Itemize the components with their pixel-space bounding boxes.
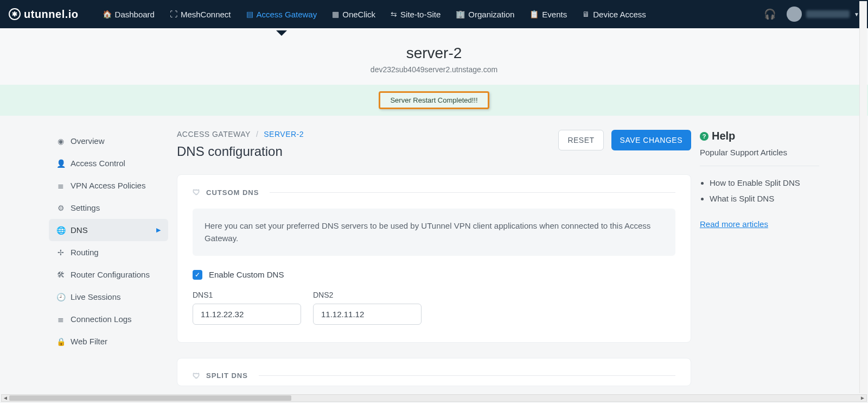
user-icon: 👤 bbox=[56, 159, 65, 168]
support-icon[interactable]: 🎧 bbox=[764, 8, 776, 20]
side-router-config[interactable]: 🛠 Router Configurations bbox=[49, 263, 168, 286]
custom-dns-info: Here you can set your preferred DNS serv… bbox=[193, 209, 675, 256]
side-connection-logs[interactable]: ≣ Connection Logs bbox=[49, 308, 168, 330]
help-icon: ? bbox=[700, 132, 709, 141]
sitetosite-icon: ⇆ bbox=[391, 10, 397, 18]
nav-access-gateway[interactable]: ▤ Access Gateway bbox=[240, 2, 324, 27]
policies-icon: ≣ bbox=[56, 181, 65, 190]
sidebar-item-label: Connection Logs bbox=[71, 314, 132, 324]
chevron-right-icon: ▶ bbox=[156, 226, 161, 234]
nav-label: Organization bbox=[468, 10, 514, 19]
breadcrumb-current[interactable]: SERVER-2 bbox=[264, 130, 304, 138]
nav-organization[interactable]: 🏢 Organization bbox=[449, 2, 521, 27]
save-button[interactable]: SAVE CHANGES bbox=[611, 130, 691, 150]
breadcrumb: ACCESS GATEWAY / SERVER-2 bbox=[177, 130, 304, 138]
custom-dns-card: 🛡 CUTSOM DNS Here you can set your prefe… bbox=[177, 174, 691, 343]
scroll-thumb[interactable] bbox=[9, 395, 291, 401]
nav-oneclick[interactable]: ▦ OneClick bbox=[326, 2, 382, 27]
side-live-sessions[interactable]: 🕘 Live Sessions bbox=[49, 286, 168, 308]
help-title: Help bbox=[712, 130, 735, 142]
nav-label: Events bbox=[542, 10, 567, 19]
top-navbar: ✱ utunnel.io 🏠 Dashboard ⛶ MeshConnect ▤… bbox=[0, 0, 868, 28]
wrench-icon: 🛠 bbox=[56, 270, 65, 279]
active-nav-indicator-icon bbox=[276, 30, 287, 36]
help-article[interactable]: What is Split DNS bbox=[710, 191, 819, 206]
nav-site-to-site[interactable]: ⇆ Site-to-Site bbox=[384, 2, 447, 27]
reset-button[interactable]: RESET bbox=[558, 130, 603, 150]
dns2-input[interactable] bbox=[313, 304, 422, 325]
breadcrumb-separator: / bbox=[256, 130, 258, 138]
page-header: server-2 dev232sub4049server2.utnstage.c… bbox=[0, 28, 868, 85]
nav-right: 🎧 ▼ bbox=[764, 7, 859, 22]
scroll-left-icon[interactable]: ◄ bbox=[2, 395, 9, 401]
side-vpn-policies[interactable]: ≣ VPN Access Policies bbox=[49, 174, 168, 197]
nav-label: Site-to-Site bbox=[400, 10, 441, 19]
nav-list: 🏠 Dashboard ⛶ MeshConnect ▤ Access Gatew… bbox=[96, 2, 760, 27]
vertical-scrollbar[interactable] bbox=[859, 1, 867, 393]
device-icon: 🖥 bbox=[582, 10, 590, 18]
alert-banner: Server Restart Completed!!! bbox=[0, 85, 868, 116]
nav-events[interactable]: 📋 Events bbox=[523, 2, 573, 27]
brand-text: utunnel.io bbox=[24, 8, 79, 21]
help-divider bbox=[700, 166, 819, 166]
enable-custom-dns-row: ✓ Enable Custom DNS bbox=[193, 270, 675, 280]
overview-icon: ◉ bbox=[56, 137, 65, 146]
clock-icon: 🕘 bbox=[56, 293, 65, 301]
nav-label: OneClick bbox=[342, 10, 375, 19]
avatar bbox=[787, 7, 802, 22]
dns1-input[interactable] bbox=[193, 304, 301, 325]
side-access-control[interactable]: 👤 Access Control bbox=[49, 152, 168, 174]
dns-fields: DNS1 DNS2 bbox=[193, 291, 675, 325]
split-dns-card: 🛡 SPLIT DNS bbox=[177, 358, 691, 386]
sidebar-item-label: DNS bbox=[71, 225, 88, 235]
shield-icon: 🛡 bbox=[193, 371, 201, 380]
dns1-field: DNS1 bbox=[193, 291, 301, 325]
side-settings[interactable]: ⚙ Settings bbox=[49, 197, 168, 219]
sidebar-item-label: Web Filter bbox=[71, 337, 107, 346]
read-more-link[interactable]: Read more articles bbox=[700, 219, 768, 229]
main-row: ◉ Overview 👤 Access Control ≣ VPN Access… bbox=[0, 116, 868, 386]
oneclick-icon: ▦ bbox=[332, 10, 339, 18]
sidebar-item-label: VPN Access Policies bbox=[71, 181, 145, 190]
custom-dns-heading-row: 🛡 CUTSOM DNS bbox=[193, 188, 675, 197]
events-icon: 📋 bbox=[529, 10, 539, 18]
dns2-field: DNS2 bbox=[313, 291, 422, 325]
chevron-down-icon: ▼ bbox=[854, 11, 859, 17]
side-web-filter[interactable]: 🔒 Web Filter bbox=[49, 330, 168, 352]
side-dns[interactable]: 🌐 DNS ▶ bbox=[49, 219, 168, 241]
nav-label: Access Gateway bbox=[257, 10, 317, 19]
help-article[interactable]: How to Enable Split DNS bbox=[710, 175, 819, 191]
nav-label: Device Access bbox=[593, 10, 646, 19]
help-articles-list: How to Enable Split DNS What is Split DN… bbox=[700, 175, 819, 206]
scroll-right-icon[interactable]: ► bbox=[859, 395, 866, 401]
dns1-label: DNS1 bbox=[193, 291, 301, 299]
brand-icon: ✱ bbox=[9, 8, 21, 20]
page-title: server-2 bbox=[0, 45, 868, 62]
help-panel: ? Help Popular Support Articles How to E… bbox=[700, 130, 819, 386]
help-title-row: ? Help bbox=[700, 130, 819, 142]
side-overview[interactable]: ◉ Overview bbox=[49, 130, 168, 152]
gear-icon: ⚙ bbox=[56, 204, 65, 212]
nav-dashboard[interactable]: 🏠 Dashboard bbox=[96, 2, 161, 27]
lock-icon: 🔒 bbox=[56, 337, 65, 346]
sidebar-item-label: Settings bbox=[71, 203, 100, 212]
section-title: DNS configuration bbox=[177, 144, 304, 159]
mesh-icon: ⛶ bbox=[170, 10, 177, 18]
horizontal-scrollbar[interactable]: ◄ ► bbox=[1, 394, 867, 402]
sidebar-item-label: Live Sessions bbox=[71, 292, 121, 301]
enable-custom-dns-checkbox[interactable]: ✓ bbox=[193, 270, 202, 280]
nav-label: Dashboard bbox=[115, 10, 155, 19]
user-menu[interactable]: ▼ bbox=[787, 7, 859, 22]
page-subtitle: dev232sub4049server2.utnstage.com bbox=[0, 65, 868, 74]
nav-meshconnect[interactable]: ⛶ MeshConnect bbox=[163, 2, 238, 27]
help-subtitle: Popular Support Articles bbox=[700, 148, 819, 157]
side-routing[interactable]: ✢ Routing bbox=[49, 241, 168, 263]
custom-dns-heading: CUTSOM DNS bbox=[206, 188, 259, 197]
nav-device-access[interactable]: 🖥 Device Access bbox=[576, 2, 653, 27]
breadcrumb-root[interactable]: ACCESS GATEWAY bbox=[177, 130, 251, 138]
alert-message: Server Restart Completed!!! bbox=[379, 91, 489, 109]
nav-label: MeshConnect bbox=[181, 10, 231, 19]
brand-logo[interactable]: ✱ utunnel.io bbox=[9, 8, 79, 21]
dns2-label: DNS2 bbox=[313, 291, 422, 299]
sidebar-item-label: Overview bbox=[71, 136, 105, 146]
